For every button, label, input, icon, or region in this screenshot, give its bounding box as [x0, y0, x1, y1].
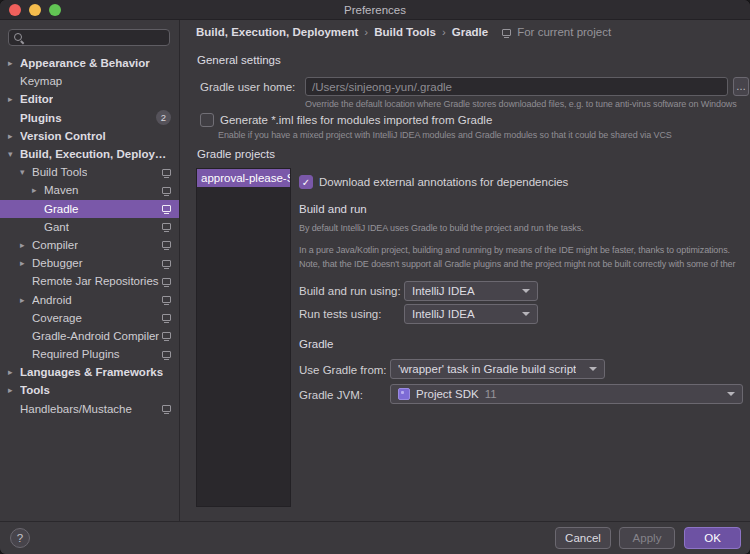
main-content: Build, Execution, Deployment › Build Too… [181, 20, 750, 521]
project-list-item[interactable]: approval-please-S [197, 169, 290, 187]
chevron-right-icon[interactable]: ▸ [32, 185, 44, 195]
scope-note: For current project [502, 26, 611, 38]
sidebar-item-compiler[interactable]: ▸Compiler [0, 236, 179, 254]
chevron-down-icon[interactable]: ▾ [8, 149, 20, 159]
run-tests-using-label: Run tests using: [299, 308, 381, 320]
build-and-run-description: By default IntelliJ IDEA uses Gradle to … [299, 223, 750, 233]
breadcrumb-item[interactable]: Build Tools [374, 26, 436, 38]
sidebar-item-languages-frameworks[interactable]: ▸Languages & Frameworks [0, 363, 179, 381]
gradle-jvm-label: Gradle JVM: [299, 389, 363, 401]
gradle-user-home-input[interactable] [305, 77, 728, 96]
sidebar-item-coverage[interactable]: Coverage [0, 309, 179, 327]
chevron-right-icon[interactable]: ▸ [8, 385, 20, 395]
dropdown-value: IntelliJ IDEA [412, 308, 475, 320]
sidebar-item-label: Handlebars/Mustache [20, 403, 132, 415]
sidebar-item-handlebars-mustache[interactable]: Handlebars/Mustache [0, 400, 179, 418]
project-scope-icon [162, 314, 171, 321]
project-scope-icon [162, 205, 171, 212]
sidebar-item-label: Compiler [32, 239, 78, 251]
project-scope-icon [162, 278, 171, 285]
sidebar-item-gant[interactable]: Gant [0, 218, 179, 236]
build-and-run-note-line2: Note, that the IDE doesn't support all G… [299, 259, 750, 269]
build-run-using-label: Build and run using: [299, 285, 401, 297]
sidebar-item-label: Languages & Frameworks [20, 366, 163, 378]
preferences-window: Preferences ▸Appearance & BehaviorKeymap… [0, 0, 750, 554]
minimize-button[interactable] [29, 4, 41, 16]
browse-button[interactable]: … [733, 77, 749, 96]
footer: ? Cancel Apply OK [0, 521, 750, 554]
sidebar-item-label: Debugger [32, 257, 83, 269]
generate-iml-checkbox[interactable] [200, 113, 214, 127]
download-annotations-label: Download external annotations for depend… [319, 176, 568, 188]
gradle-jvm-dropdown[interactable]: Project SDK 11 [390, 384, 743, 404]
search-icon [14, 32, 25, 43]
project-scope-icon [162, 241, 171, 248]
sidebar-item-version-control[interactable]: ▸Version Control [0, 127, 179, 145]
sidebar-item-build-execution-deployment[interactable]: ▾Build, Execution, Deployment [0, 145, 179, 163]
download-annotations-checkbox[interactable]: ✓ [299, 175, 313, 189]
dropdown-value: IntelliJ IDEA [412, 285, 475, 297]
sidebar-item-label: Appearance & Behavior [20, 57, 150, 69]
sidebar-item-android[interactable]: ▸Android [0, 290, 179, 308]
sidebar-item-label: Build, Execution, Deployment [20, 148, 171, 160]
breadcrumb-separator: › [442, 26, 446, 38]
chevron-right-icon[interactable]: ▸ [8, 367, 20, 377]
sidebar-item-label: Gradle [44, 203, 79, 215]
project-scope-icon [162, 296, 171, 303]
help-button[interactable]: ? [10, 528, 30, 548]
sidebar-item-keymap[interactable]: Keymap [0, 72, 179, 90]
dropdown-value: 'wrapper' task in Gradle build script [398, 363, 576, 375]
sidebar-item-label: Tools [20, 384, 50, 396]
ok-button[interactable]: OK [684, 527, 741, 549]
chevron-down-icon[interactable]: ▾ [20, 167, 32, 177]
chevron-down-icon [589, 367, 597, 371]
gradle-projects-list[interactable]: approval-please-S [196, 168, 291, 507]
generate-iml-row: Generate *.iml files for modules importe… [200, 113, 492, 127]
sidebar-item-build-tools[interactable]: ▾Build Tools [0, 163, 179, 181]
chevron-right-icon[interactable]: ▸ [8, 131, 20, 141]
project-scope-icon [162, 260, 171, 267]
chevron-right-icon[interactable]: ▸ [20, 258, 32, 268]
close-button[interactable] [9, 4, 21, 16]
jvm-version: 11 [485, 388, 497, 400]
run-tests-using-dropdown[interactable]: IntelliJ IDEA [404, 304, 538, 324]
sidebar-item-label: Remote Jar Repositories [32, 275, 159, 287]
window-title: Preferences [344, 4, 406, 16]
build-run-using-dropdown[interactable]: IntelliJ IDEA [404, 281, 538, 301]
chevron-right-icon[interactable]: ▸ [8, 58, 20, 68]
gradle-projects-title: Gradle projects [197, 148, 275, 160]
build-and-run-note-line1: In a pure Java/Kotlin project, building … [299, 245, 750, 255]
chevron-right-icon[interactable]: ▸ [8, 94, 20, 104]
project-scope-icon [162, 405, 171, 412]
sidebar-item-gradle[interactable]: Gradle [0, 200, 179, 218]
sidebar-item-maven[interactable]: ▸Maven [0, 181, 179, 199]
breadcrumb-item: Gradle [452, 26, 488, 38]
sidebar-item-required-plugins[interactable]: Required Plugins [0, 345, 179, 363]
generate-iml-help: Enable if you have a mixed project with … [218, 130, 750, 140]
use-gradle-from-dropdown[interactable]: 'wrapper' task in Gradle build script [390, 359, 605, 379]
sidebar-item-gradle-android-compiler[interactable]: Gradle-Android Compiler [0, 327, 179, 345]
sidebar-item-label: Gradle-Android Compiler [32, 330, 159, 342]
sidebar-item-appearance-behavior[interactable]: ▸Appearance & Behavior [0, 54, 179, 72]
chevron-right-icon[interactable]: ▸ [20, 240, 32, 250]
chevron-right-icon[interactable]: ▸ [20, 295, 32, 305]
apply-button[interactable]: Apply [619, 527, 675, 549]
chevron-down-icon [522, 312, 530, 316]
sidebar-item-label: Version Control [20, 130, 106, 142]
settings-sidebar: ▸Appearance & BehaviorKeymap▸EditorPlugi… [0, 20, 180, 521]
sidebar-item-label: Android [32, 294, 72, 306]
breadcrumb-separator: › [364, 26, 368, 38]
sidebar-item-tools[interactable]: ▸Tools [0, 381, 179, 399]
sidebar-item-debugger[interactable]: ▸Debugger [0, 254, 179, 272]
breadcrumb-item[interactable]: Build, Execution, Deployment [196, 26, 358, 38]
sidebar-item-remote-jar-repositories[interactable]: Remote Jar Repositories [0, 272, 179, 290]
project-scope-icon [162, 332, 171, 339]
sidebar-item-plugins[interactable]: Plugins2 [0, 109, 179, 127]
scope-note-label: For current project [517, 26, 611, 38]
search-input[interactable] [29, 32, 164, 44]
cancel-button[interactable]: Cancel [555, 527, 611, 549]
sidebar-item-editor[interactable]: ▸Editor [0, 90, 179, 108]
zoom-button[interactable] [49, 4, 61, 16]
search-box[interactable] [8, 29, 170, 46]
use-gradle-from-label: Use Gradle from: [299, 364, 387, 376]
